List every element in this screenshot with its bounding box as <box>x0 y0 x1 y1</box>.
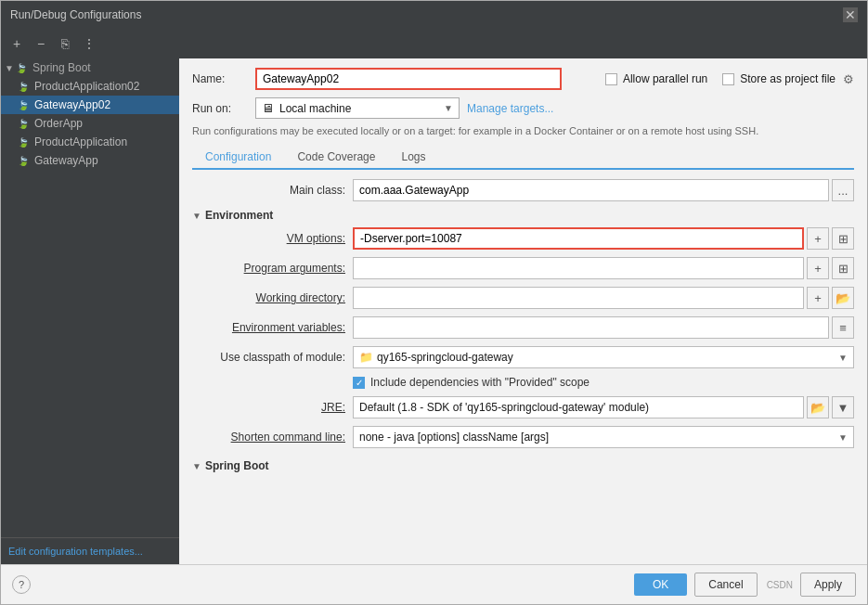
tab-configuration[interactable]: Configuration <box>192 146 284 170</box>
module-icon: 📁 <box>359 351 373 364</box>
shorten-row: Shorten command line: none - java [optio… <box>192 426 854 448</box>
run-on-select[interactable]: 🖥 Local machine ▼ <box>255 97 460 119</box>
tab-logs[interactable]: Logs <box>388 146 438 170</box>
tabs: Configuration Code Coverage Logs <box>192 146 854 170</box>
tree-item-productapplication02[interactable]: 🍃 ProductApplication02 <box>1 77 179 96</box>
allow-parallel-label: Allow parallel run <box>623 72 707 85</box>
spring-icon-gatewayapp: 🍃 <box>16 153 31 168</box>
tree-item-label-productapplication02: ProductApplication02 <box>34 80 139 93</box>
vm-options-row: VM options: + ⊞ <box>192 227 854 250</box>
jre-label: JRE: <box>192 401 345 414</box>
working-dir-folder-button[interactable]: 📂 <box>832 287 854 309</box>
tree-arrow-spring-boot: ▼ <box>5 63 14 73</box>
include-deps-row: ✓ Include dependencies with "Provided" s… <box>353 376 854 389</box>
add-config-button[interactable]: + <box>6 33 27 54</box>
classpath-dropdown-arrow: ▼ <box>838 353 848 363</box>
program-args-input-wrap: + ⊞ <box>353 257 854 279</box>
run-on-row: Run on: 🖥 Local machine ▼ Manage targets… <box>192 97 854 119</box>
close-button[interactable]: ✕ <box>843 7 858 22</box>
name-label: Name: <box>192 72 248 85</box>
env-vars-icon-button[interactable]: ≡ <box>832 316 854 339</box>
environment-section-header[interactable]: ▼ Environment <box>192 209 854 222</box>
apply-button[interactable]: Apply <box>800 573 856 597</box>
shorten-dropdown[interactable]: none - java [options] className [args] ▼ <box>353 426 854 448</box>
working-dir-input-wrap: + 📂 <box>353 287 854 309</box>
shorten-value: none - java [options] className [args] <box>359 431 838 444</box>
bottom-right: OK Cancel CSDN Apply <box>634 573 856 597</box>
environment-section-label: Environment <box>205 209 273 222</box>
dialog-title: Run/Debug Configurations <box>10 8 141 21</box>
jre-select-wrap: Default (1.8 - SDK of 'qy165-springcloud… <box>353 396 854 418</box>
main-class-label: Main class: <box>192 184 345 197</box>
run-description: Run configurations may be executed local… <box>192 124 854 138</box>
spring-icon-gatewayapp02: 🍃 <box>16 97 31 112</box>
name-input[interactable] <box>255 68 562 90</box>
vm-options-label: VM options: <box>192 232 345 245</box>
header-checkboxes: Allow parallel run Store as project file… <box>605 72 854 86</box>
main-class-input-wrap: ... <box>353 179 854 201</box>
spring-boot-section-label: Spring Boot <box>205 459 269 472</box>
run-on-dropdown-arrow: ▼ <box>444 103 453 113</box>
spring-icon-orderapp: 🍃 <box>16 116 31 131</box>
tree-item-gatewayapp[interactable]: 🍃 GatewayApp <box>1 151 179 170</box>
tree-group-spring-boot[interactable]: ▼ 🍃 Spring Boot <box>1 58 179 77</box>
jre-folder-button[interactable]: 📂 <box>807 396 829 418</box>
tree-group-label: Spring Boot <box>32 61 91 74</box>
tree-item-orderapp[interactable]: 🍃 OrderApp <box>1 114 179 133</box>
shorten-select-wrap: none - java [options] className [args] ▼ <box>353 426 854 448</box>
title-bar: Run/Debug Configurations ✕ <box>1 1 867 29</box>
env-vars-input[interactable] <box>353 316 829 339</box>
tree-item-label-productapplication: ProductApplication <box>34 135 127 148</box>
more-options-button[interactable]: ⋮ <box>79 33 99 54</box>
spring-boot-icon: 🍃 <box>14 60 29 75</box>
store-as-checkbox[interactable] <box>722 73 734 85</box>
spring-boot-section: ▼ Spring Boot <box>192 456 854 483</box>
store-as-label: Store as project file <box>740 72 836 85</box>
working-dir-row: Working directory: + 📂 <box>192 287 854 309</box>
csdn-watermark: CSDN <box>767 580 793 590</box>
run-debug-dialog: Run/Debug Configurations ✕ + − ⎘ ⋮ ▼ 🍃 S… <box>0 0 868 605</box>
help-button[interactable]: ? <box>12 575 31 594</box>
spring-boot-section-header[interactable]: ▼ Spring Boot <box>192 459 854 472</box>
program-args-expand-button[interactable]: ⊞ <box>832 257 854 279</box>
program-args-label: Program arguments: <box>192 262 345 275</box>
tree-item-label-gatewayapp02: GatewayApp02 <box>34 98 110 111</box>
spring-boot-collapse-arrow: ▼ <box>192 461 201 471</box>
classpath-dropdown[interactable]: 📁 qy165-springcloud-gateway ▼ <box>353 346 854 368</box>
bottom-bar: ? OK Cancel CSDN Apply <box>1 564 867 604</box>
program-args-input[interactable] <box>353 257 804 279</box>
include-deps-checkbox[interactable]: ✓ <box>353 377 365 389</box>
machine-icon: 🖥 <box>262 101 274 115</box>
tree-item-productapplication[interactable]: 🍃 ProductApplication <box>1 133 179 151</box>
tree-item-gatewayapp02[interactable]: 🍃 GatewayApp02 <box>1 96 179 114</box>
shorten-dropdown-arrow: ▼ <box>838 432 848 443</box>
shorten-label: Shorten command line: <box>192 431 345 444</box>
vm-options-expand-button[interactable]: ⊞ <box>832 227 854 250</box>
config-form: Main class: ... ▼ Environment VM options… <box>192 179 854 564</box>
vm-options-input[interactable] <box>353 227 804 250</box>
vm-options-input-wrap: + ⊞ <box>353 227 854 250</box>
cancel-button[interactable]: Cancel <box>694 573 757 597</box>
vm-options-add-button[interactable]: + <box>807 227 829 250</box>
ok-button[interactable]: OK <box>634 573 687 596</box>
edit-templates-link[interactable]: Edit configuration templates... <box>1 537 179 564</box>
jre-dropdown-button[interactable]: ▼ <box>832 396 854 418</box>
tab-code-coverage[interactable]: Code Coverage <box>284 146 388 170</box>
bottom-left: ? <box>12 575 31 594</box>
run-on-label: Run on: <box>192 102 248 115</box>
copy-config-button[interactable]: ⎘ <box>55 33 75 54</box>
working-dir-add-button[interactable]: + <box>807 287 829 309</box>
remove-config-button[interactable]: − <box>31 33 51 54</box>
program-args-add-button[interactable]: + <box>807 257 829 279</box>
main-class-input[interactable] <box>353 179 829 201</box>
allow-parallel-row: Allow parallel run <box>605 72 707 85</box>
gear-icon[interactable]: ⚙ <box>843 72 854 86</box>
right-panel: Name: Allow parallel run Store as projec… <box>179 58 867 564</box>
working-dir-input[interactable] <box>353 287 804 309</box>
main-class-browse-button[interactable]: ... <box>832 179 854 201</box>
manage-targets-link[interactable]: Manage targets... <box>467 102 553 115</box>
tree-item-label-gatewayapp: GatewayApp <box>34 154 98 167</box>
allow-parallel-checkbox[interactable] <box>605 73 617 85</box>
jre-dropdown[interactable]: Default (1.8 - SDK of 'qy165-springcloud… <box>353 396 804 418</box>
left-panel: ▼ 🍃 Spring Boot 🍃 ProductApplication02 🍃… <box>1 58 179 564</box>
